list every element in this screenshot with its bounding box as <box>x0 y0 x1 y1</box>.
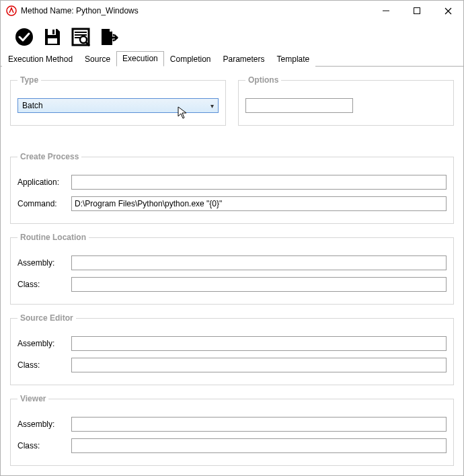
application-label: Application: <box>17 177 71 187</box>
tab-parameters[interactable]: Parameters <box>217 52 271 67</box>
create-process-legend: Create Process <box>17 152 81 161</box>
viewer-legend: Viewer <box>17 394 48 403</box>
svg-rect-7 <box>52 30 54 34</box>
save-button[interactable] <box>41 26 64 48</box>
tab-source[interactable]: Source <box>79 52 116 67</box>
routine-location-legend: Routine Location <box>17 233 89 242</box>
svg-rect-6 <box>48 29 56 35</box>
command-input[interactable] <box>71 196 447 211</box>
export-button[interactable] <box>98 26 120 48</box>
tab-content: Type Batch ▾ Options Create Process Appl… <box>1 67 463 475</box>
svg-line-4 <box>445 8 451 14</box>
create-process-group: Create Process Application: Command: <box>10 157 454 224</box>
svg-point-13 <box>80 36 87 43</box>
toolbar <box>1 21 463 50</box>
type-group: Type Batch ▾ <box>10 80 226 126</box>
window-title: Method Name: Python_Windows <box>21 6 139 15</box>
tab-execution[interactable]: Execution <box>116 51 164 67</box>
routine-class-label: Class: <box>17 280 71 289</box>
routine-assembly-input[interactable] <box>71 255 447 270</box>
svg-rect-2 <box>414 8 420 14</box>
options-group: Options <box>238 80 454 126</box>
chevron-down-icon: ▾ <box>210 102 214 110</box>
svg-rect-8 <box>48 38 57 44</box>
close-button[interactable] <box>432 1 463 21</box>
source-editor-class-label: Class: <box>17 360 71 370</box>
routine-class-input[interactable] <box>71 277 447 292</box>
options-legend: Options <box>245 75 281 85</box>
tab-execution-method[interactable]: Execution Method <box>2 52 79 67</box>
viewer-group: Viewer Assembly: Class: <box>10 399 454 466</box>
source-editor-class-input[interactable] <box>71 358 447 372</box>
window: Method Name: Python_Windows <box>0 0 464 476</box>
maximize-button[interactable] <box>401 1 432 21</box>
viewer-assembly-label: Assembly: <box>17 420 71 429</box>
routine-assembly-label: Assembly: <box>17 258 71 268</box>
source-editor-legend: Source Editor <box>17 313 76 323</box>
type-selected-value: Batch <box>22 101 43 110</box>
application-input[interactable] <box>71 175 447 190</box>
title-bar: Method Name: Python_Windows <box>1 1 463 21</box>
tab-completion[interactable]: Completion <box>164 52 217 67</box>
viewer-class-label: Class: <box>17 441 71 450</box>
svg-point-5 <box>15 28 33 46</box>
options-input[interactable] <box>245 98 353 113</box>
source-editor-assembly-input[interactable] <box>71 336 447 351</box>
command-label: Command: <box>17 199 71 208</box>
tab-strip: Execution Method Source Execution Comple… <box>1 50 463 67</box>
preview-button[interactable] <box>69 26 92 48</box>
ok-button[interactable] <box>13 26 36 48</box>
type-combobox[interactable]: Batch ▾ <box>17 98 219 113</box>
source-editor-assembly-label: Assembly: <box>17 339 71 348</box>
routine-location-group: Routine Location Assembly: Class: <box>10 237 454 305</box>
type-legend: Type <box>17 75 41 85</box>
app-icon <box>6 5 17 16</box>
svg-line-3 <box>445 8 451 14</box>
tab-template[interactable]: Template <box>271 52 316 67</box>
minimize-button[interactable] <box>371 1 401 21</box>
viewer-assembly-input[interactable] <box>71 417 447 432</box>
source-editor-group: Source Editor Assembly: Class: <box>10 318 454 385</box>
viewer-class-input[interactable] <box>71 438 447 453</box>
